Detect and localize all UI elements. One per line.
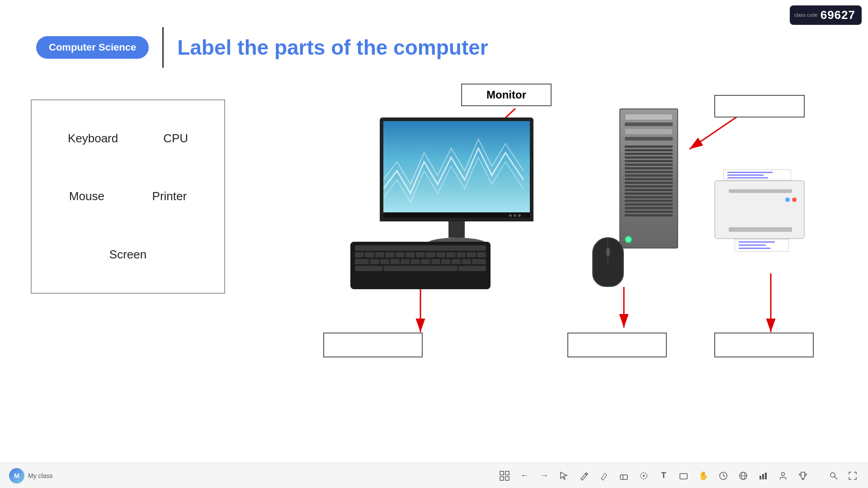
diagram-area: Monitor [235, 81, 854, 375]
word-screen[interactable]: Screen [109, 248, 146, 262]
subject-badge: Computer Science [36, 36, 149, 59]
svg-rect-18 [760, 476, 761, 479]
grid-icon[interactable] [498, 469, 511, 482]
svg-rect-3 [500, 477, 504, 480]
svg-point-10 [643, 475, 645, 477]
subject-label: Computer Science [49, 42, 136, 53]
cursor-icon[interactable] [558, 469, 571, 482]
keyboard-image [350, 242, 491, 289]
svg-rect-1 [500, 471, 504, 475]
page-header: Computer Science Label the parts of the … [36, 27, 488, 68]
forward-icon[interactable]: → [538, 469, 551, 482]
page-title: Label the parts of the computer [177, 35, 488, 60]
word-cpu[interactable]: CPU [163, 131, 188, 145]
highlighter-icon[interactable] [598, 469, 610, 482]
person-icon[interactable] [777, 469, 789, 482]
shapes-icon[interactable] [677, 469, 690, 482]
svg-line-25 [835, 477, 837, 479]
back-icon[interactable]: ← [518, 469, 531, 482]
label-box-keyboard[interactable] [323, 333, 423, 357]
word-bank-row-3: Screen [45, 248, 211, 262]
svg-rect-11 [680, 474, 687, 479]
svg-point-21 [782, 472, 785, 475]
clock-icon[interactable] [717, 469, 730, 482]
monitor-label-text: Monitor [486, 89, 526, 101]
monitor-image [380, 117, 533, 249]
toolbar-tools: ← → T ✋ [498, 469, 809, 482]
svg-rect-20 [765, 473, 767, 479]
search-icon[interactable] [827, 469, 840, 482]
cpu-image [619, 108, 678, 249]
svg-line-6 [601, 479, 603, 480]
word-bank-row-2: Mouse Printer [45, 189, 211, 203]
toolbar: M My class ← → T [0, 463, 868, 488]
svg-rect-7 [620, 475, 627, 479]
word-keyboard[interactable]: Keyboard [68, 131, 118, 145]
svg-rect-19 [762, 474, 764, 479]
lasso-icon[interactable] [637, 469, 650, 482]
word-bank: Keyboard CPU Mouse Printer Screen [31, 99, 225, 294]
globe-icon[interactable] [737, 469, 750, 482]
svg-rect-2 [505, 471, 509, 475]
class-code-badge: class code 69627 [790, 5, 862, 25]
svg-line-14 [723, 476, 725, 477]
header-divider [162, 27, 164, 68]
mouse-image [592, 237, 624, 287]
svg-rect-4 [505, 477, 509, 480]
printer-image [714, 169, 809, 252]
toolbar-logo: M [9, 468, 24, 483]
class-code-number: 69627 [821, 8, 855, 22]
svg-marker-5 [561, 472, 567, 479]
class-code-label: class code [794, 12, 818, 18]
chart-icon[interactable] [757, 469, 769, 482]
label-box-monitor[interactable]: Monitor [461, 84, 552, 106]
trophy-icon[interactable] [797, 469, 809, 482]
word-printer[interactable]: Printer [152, 189, 187, 203]
fullscreen-icon[interactable] [846, 469, 859, 482]
text-icon[interactable]: T [657, 469, 670, 482]
svg-point-24 [830, 473, 835, 477]
pen-icon[interactable] [578, 469, 590, 482]
eraser-icon[interactable] [618, 469, 630, 482]
toolbar-class-label: My class [28, 472, 52, 479]
label-box-printer[interactable] [714, 333, 814, 357]
toolbar-right-icons [827, 469, 859, 482]
label-box-mouse[interactable] [567, 333, 667, 357]
label-box-cpu[interactable] [714, 95, 805, 117]
hand-icon[interactable]: ✋ [697, 469, 710, 482]
word-bank-row-1: Keyboard CPU [45, 131, 211, 145]
word-mouse[interactable]: Mouse [69, 189, 104, 203]
